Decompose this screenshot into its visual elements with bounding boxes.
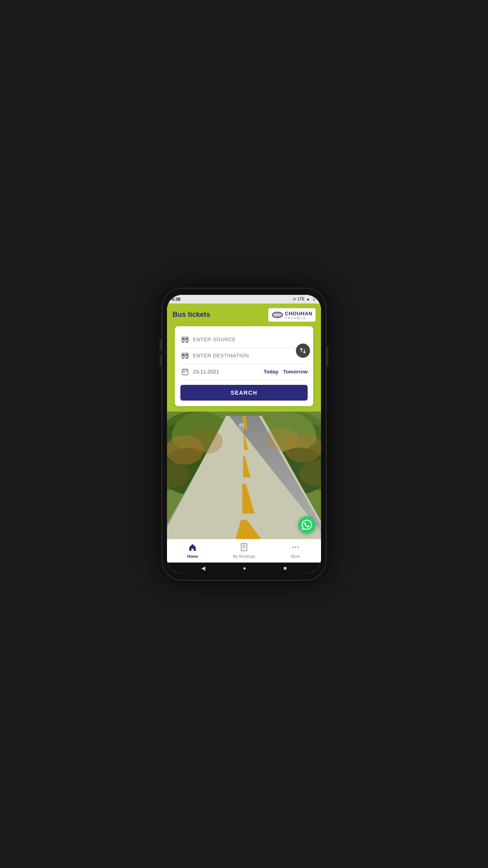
nav-item-my-bookings[interactable]: My Bookings — [218, 539, 270, 563]
circle-icon: ⊙ — [293, 297, 296, 301]
destination-row — [180, 348, 308, 364]
svg-point-2 — [275, 314, 279, 316]
destination-bus-icon — [180, 351, 190, 360]
destination-input[interactable] — [193, 353, 308, 359]
more-nav-label: More — [291, 554, 300, 559]
svg-rect-11 — [185, 354, 188, 355]
search-card: 23-11-2021 Today Tomorrow SEARCH — [175, 326, 313, 406]
calendar-icon — [180, 367, 190, 377]
battery-icon: 🔋 — [312, 297, 316, 301]
svg-rect-50 — [241, 544, 247, 551]
svg-point-1 — [274, 313, 281, 316]
android-navigation-bar: ◀ ● ■ — [167, 563, 321, 574]
brand-logo: CHOUHAN TRAVELS — [268, 308, 316, 322]
android-recent-button[interactable]: ■ — [283, 565, 286, 571]
svg-rect-15 — [182, 369, 188, 375]
road-banner — [167, 412, 321, 539]
status-time: 6:38 — [172, 297, 180, 302]
status-icons: ⊙ LTE ▲ 🔋 — [293, 297, 316, 301]
svg-point-6 — [182, 342, 183, 343]
nav-item-more[interactable]: More — [270, 539, 321, 563]
svg-point-13 — [186, 358, 187, 359]
source-bus-icon — [180, 335, 190, 344]
volume-down-button[interactable] — [160, 355, 161, 366]
volume-up-button[interactable] — [160, 339, 161, 351]
phone-screen: 6:38 ⊙ LTE ▲ 🔋 Bus tickets CHOUHAN TRAVE… — [167, 295, 321, 574]
search-button[interactable]: SEARCH — [180, 385, 308, 401]
logo-sub-text: TRAVELS — [285, 316, 312, 320]
more-icon — [291, 543, 300, 554]
logo-swoosh-icon — [272, 311, 283, 319]
svg-point-54 — [292, 546, 294, 548]
svg-point-7 — [186, 342, 187, 343]
road-illustration — [167, 412, 321, 539]
date-row: 23-11-2021 Today Tomorrow — [180, 364, 308, 380]
logo-brand-text: CHOUHAN — [285, 311, 312, 316]
logo-text: CHOUHAN TRAVELS — [285, 310, 312, 320]
svg-rect-10 — [182, 354, 185, 355]
svg-point-55 — [295, 546, 296, 548]
swap-button[interactable] — [296, 344, 310, 358]
nav-item-home[interactable]: Home — [167, 539, 218, 563]
source-input[interactable] — [193, 337, 308, 342]
home-icon — [188, 543, 197, 554]
whatsapp-button[interactable] — [298, 516, 316, 533]
bookings-nav-label: My Bookings — [233, 554, 255, 559]
svg-rect-19 — [183, 372, 185, 373]
source-row — [180, 332, 308, 348]
phone-frame: 6:38 ⊙ LTE ▲ 🔋 Bus tickets CHOUHAN TRAVE… — [161, 288, 327, 581]
today-button[interactable]: Today — [264, 369, 278, 375]
power-button[interactable] — [327, 347, 328, 366]
android-home-button[interactable]: ● — [243, 565, 246, 571]
signal-icon: ▲ — [306, 297, 310, 301]
whatsapp-icon — [302, 520, 312, 530]
svg-rect-5 — [185, 338, 188, 339]
android-back-button[interactable]: ◀ — [201, 565, 205, 571]
home-nav-label: Home — [187, 554, 198, 559]
svg-point-47 — [266, 427, 298, 451]
svg-point-45 — [189, 428, 223, 454]
bookings-icon — [240, 543, 248, 554]
bottom-navigation: Home My Bookings — [167, 539, 321, 563]
app-header: Bus tickets CHOUHAN TRAVELS — [167, 303, 321, 328]
status-bar: 6:38 ⊙ LTE ▲ 🔋 — [167, 295, 321, 303]
svg-point-12 — [182, 358, 183, 359]
svg-point-56 — [297, 546, 299, 548]
page-title: Bus tickets — [172, 311, 210, 319]
date-value: 23-11-2021 — [193, 369, 259, 375]
lte-label: LTE — [297, 297, 305, 301]
svg-rect-4 — [182, 338, 185, 339]
tomorrow-button[interactable]: Tomorrow — [283, 369, 308, 375]
